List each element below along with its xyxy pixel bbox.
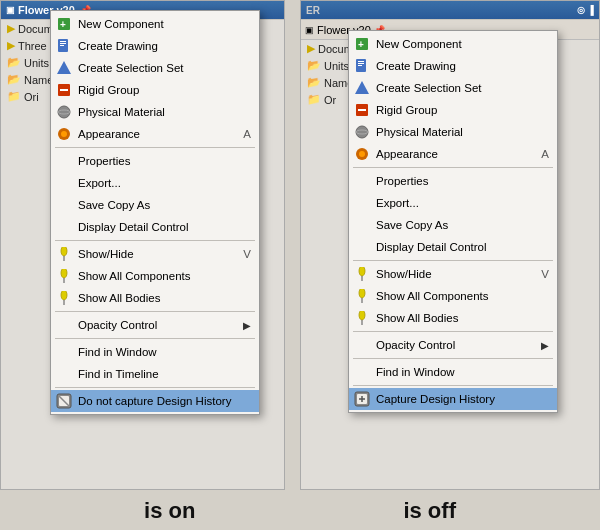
right-show-hide-shortcut: V xyxy=(541,268,549,280)
right-display-detail-icon xyxy=(353,238,371,256)
left-sep1 xyxy=(55,147,255,148)
svg-point-9 xyxy=(58,106,70,118)
bottom-labels: is on is off xyxy=(0,492,600,530)
svg-point-39 xyxy=(359,311,365,320)
left-menu-properties[interactable]: Properties xyxy=(51,150,259,172)
left-do-not-capture-label: Do not capture Design History xyxy=(78,395,251,407)
left-show-all-components-label: Show All Components xyxy=(78,270,251,282)
left-menu-find-in-timeline[interactable]: Find in Timeline xyxy=(51,363,259,385)
left-physical-material-label: Physical Material xyxy=(78,106,251,118)
left-menu-do-not-capture[interactable]: Do not capture Design History xyxy=(51,390,259,412)
right-menu-display-detail-control[interactable]: Display Detail Control xyxy=(349,236,557,258)
right-context-menu: + New Component Create Drawing Create Se… xyxy=(348,30,558,413)
right-menu-create-drawing[interactable]: Create Drawing xyxy=(349,55,557,77)
left-sep3 xyxy=(55,311,255,312)
right-menu-opacity-control[interactable]: Opacity Control ▶ xyxy=(349,334,557,356)
right-capture-label: Capture Design History xyxy=(376,393,549,405)
right-show-all-components-icon xyxy=(353,287,371,305)
left-properties-label: Properties xyxy=(78,155,251,167)
right-sep1 xyxy=(353,167,553,168)
right-opacity-control-label: Opacity Control xyxy=(376,339,536,351)
right-appearance-icon xyxy=(353,145,371,163)
left-menu-create-selection-set[interactable]: Create Selection Set xyxy=(51,57,259,79)
svg-rect-30 xyxy=(358,109,366,111)
svg-point-15 xyxy=(61,269,67,278)
left-menu-rigid-group[interactable]: Rigid Group xyxy=(51,79,259,101)
right-sep4 xyxy=(353,358,553,359)
physical-material-icon xyxy=(55,103,73,121)
right-menu-physical-material[interactable]: Physical Material xyxy=(349,121,557,143)
right-rigid-group-label: Rigid Group xyxy=(376,104,549,116)
capture-design-history-icon xyxy=(353,390,371,408)
right-menu-find-in-window[interactable]: Find in Window xyxy=(349,361,557,383)
right-menu-properties[interactable]: Properties xyxy=(349,170,557,192)
right-sep3 xyxy=(353,331,553,332)
left-create-drawing-label: Create Drawing xyxy=(78,40,251,52)
svg-rect-26 xyxy=(358,63,364,64)
svg-marker-6 xyxy=(57,61,71,74)
right-menu-new-component[interactable]: + New Component xyxy=(349,33,557,55)
right-menu-rigid-group[interactable]: Rigid Group xyxy=(349,99,557,121)
left-show-hide-label: Show/Hide xyxy=(78,248,226,260)
left-create-selection-set-label: Create Selection Set xyxy=(78,62,251,74)
left-menu-create-drawing[interactable]: Create Drawing xyxy=(51,35,259,57)
left-menu-display-detail-control[interactable]: Display Detail Control xyxy=(51,216,259,238)
svg-point-17 xyxy=(61,291,67,300)
left-menu-save-copy-as[interactable]: Save Copy As xyxy=(51,194,259,216)
right-show-hide-label: Show/Hide xyxy=(376,268,524,280)
left-bottom-label: is on xyxy=(144,498,195,524)
svg-point-37 xyxy=(359,289,365,298)
svg-point-35 xyxy=(359,267,365,276)
show-all-components-icon xyxy=(55,267,73,285)
rigid-group-icon xyxy=(55,81,73,99)
left-save-copy-icon xyxy=(55,196,73,214)
left-find-window-icon xyxy=(55,343,73,361)
right-appearance-label: Appearance xyxy=(376,148,524,160)
right-rigid-group-icon xyxy=(353,101,371,119)
do-not-capture-icon xyxy=(55,392,73,410)
right-drawing-icon xyxy=(353,57,371,75)
left-menu-show-all-bodies[interactable]: Show All Bodies xyxy=(51,287,259,309)
right-show-all-components-label: Show All Components xyxy=(376,290,549,302)
left-menu-find-in-window[interactable]: Find in Window xyxy=(51,341,259,363)
left-appearance-shortcut: A xyxy=(243,128,251,140)
right-sep2 xyxy=(353,260,553,261)
right-menu-export[interactable]: Export... xyxy=(349,192,557,214)
svg-rect-3 xyxy=(60,41,66,42)
right-menu-appearance[interactable]: Appearance A xyxy=(349,143,557,165)
right-menu-create-selection-set[interactable]: Create Selection Set xyxy=(349,77,557,99)
right-menu-capture[interactable]: Capture Design History xyxy=(349,388,557,410)
svg-rect-4 xyxy=(60,43,66,44)
svg-point-31 xyxy=(356,126,368,138)
right-menu-save-copy-as[interactable]: Save Copy As xyxy=(349,214,557,236)
left-menu-opacity-control[interactable]: Opacity Control ▶ xyxy=(51,314,259,336)
svg-rect-27 xyxy=(358,65,362,66)
left-menu-export[interactable]: Export... xyxy=(51,172,259,194)
right-menu-show-hide[interactable]: Show/Hide V xyxy=(349,263,557,285)
left-menu-new-component[interactable]: + New Component xyxy=(51,13,259,35)
right-physical-material-label: Physical Material xyxy=(376,126,549,138)
left-show-hide-shortcut: V xyxy=(243,248,251,260)
right-app-title-bar: ER ◎ ▐ xyxy=(301,1,599,19)
left-menu-show-hide[interactable]: Show/Hide V xyxy=(51,243,259,265)
left-menu-show-all-components[interactable]: Show All Components xyxy=(51,265,259,287)
right-show-hide-icon xyxy=(353,265,371,283)
left-display-detail-control-label: Display Detail Control xyxy=(78,221,251,233)
left-save-copy-as-label: Save Copy As xyxy=(78,199,251,211)
left-display-detail-icon xyxy=(55,218,73,236)
right-sep5 xyxy=(353,385,553,386)
drawing-icon xyxy=(55,37,73,55)
left-opacity-arrow: ▶ xyxy=(243,320,251,331)
svg-rect-5 xyxy=(60,45,64,46)
right-physical-material-icon xyxy=(353,123,371,141)
svg-rect-8 xyxy=(60,89,68,91)
left-opacity-icon xyxy=(55,316,73,334)
left-menu-physical-material[interactable]: Physical Material xyxy=(51,101,259,123)
new-comp-icon: + xyxy=(55,15,73,33)
right-menu-show-all-components[interactable]: Show All Components xyxy=(349,285,557,307)
left-menu-appearance[interactable]: Appearance A xyxy=(51,123,259,145)
right-opacity-arrow: ▶ xyxy=(541,340,549,351)
right-menu-show-all-bodies[interactable]: Show All Bodies xyxy=(349,307,557,329)
left-opacity-control-label: Opacity Control xyxy=(78,319,238,331)
right-properties-label: Properties xyxy=(376,175,549,187)
